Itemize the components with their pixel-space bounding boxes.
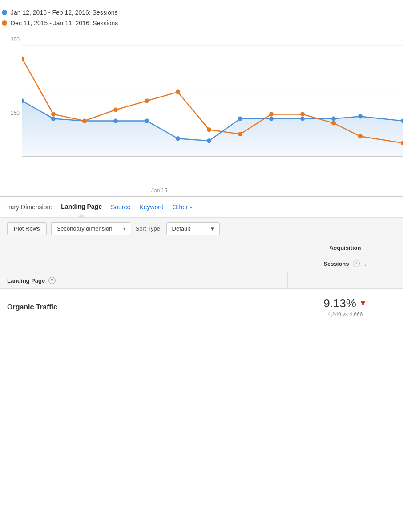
orange-dot [145, 99, 149, 103]
table-header-left [0, 240, 287, 272]
orange-dot [300, 112, 305, 116]
col-header-right [287, 272, 403, 288]
secondary-dimension-label: Secondary dimension [57, 225, 113, 232]
primary-dimension-other: Other [173, 203, 188, 211]
data-row-left-organic: Organic Traffic [0, 289, 287, 325]
primary-dimension-active[interactable]: Landing Page [61, 203, 102, 211]
legend-date-2: Dec 11, 2015 - Jan 11, 2016: [11, 20, 91, 27]
col-header-landing-page-label: Landing Page [7, 277, 45, 284]
primary-dimension-source[interactable]: Source [111, 203, 130, 211]
y-label-150: 150 [0, 110, 22, 116]
primary-dimension-keyword[interactable]: Keyword [139, 203, 163, 211]
secondary-dimension-arrow-icon: ▾ [123, 226, 125, 231]
blue-dot [358, 114, 363, 118]
blue-dot [300, 116, 305, 121]
chart-svg [22, 32, 403, 183]
other-dropdown-arrow-icon: ▾ [190, 205, 192, 210]
table-header: Acquisition Sessions ? ↓ [0, 240, 403, 272]
sort-default-dropdown[interactable]: Default ▾ [166, 222, 220, 235]
sessions-help-icon[interactable]: ? [353, 260, 360, 267]
orange-dot [269, 112, 274, 116]
sort-dropdown-arrow-icon: ▾ [211, 225, 214, 232]
table-row: Organic Traffic 9.13% ▼ 4,240 vs 4,666 [0, 289, 403, 325]
y-label-300: 300 [0, 37, 22, 43]
blue-dot [113, 118, 118, 123]
sessions-header-cell: Sessions ? ↓ [287, 255, 403, 272]
blue-dot [238, 116, 242, 121]
orange-dot [82, 118, 87, 123]
data-table: Acquisition Sessions ? ↓ Landing Page ? … [0, 240, 403, 325]
sort-type-label: Sort Type: [136, 225, 162, 232]
y-axis: 300 150 [0, 32, 22, 183]
primary-dimension-bar: nary Dimension: Landing Page Source Keyw… [0, 197, 403, 218]
blue-dot [51, 116, 56, 121]
legend-dot-orange [2, 20, 7, 26]
organic-traffic-pct-value: 9.13% [323, 296, 356, 310]
line-chart: 300 150 [0, 32, 403, 197]
plot-rows-button[interactable]: Plot Rows [7, 222, 47, 235]
chart-legend: Jan 12, 2016 - Feb 12, 2016: Sessions De… [0, 0, 403, 32]
col-header-row: Landing Page ? [0, 272, 403, 289]
legend-date-1: Jan 12, 2016 - Feb 12, 2016: [11, 9, 91, 16]
data-row-right-organic: 9.13% ▼ 4,240 vs 4,666 [287, 289, 403, 325]
orange-dot [51, 112, 56, 116]
x-label-jan15: Jan 15 [151, 187, 167, 194]
blue-dot [331, 116, 336, 121]
legend-dot-blue [2, 10, 7, 15]
orange-dot [207, 127, 211, 132]
sessions-label: Sessions [323, 260, 349, 267]
chart-svg-container [22, 32, 403, 183]
toolbar: Plot Rows Secondary dimension ▾ Sort Typ… [0, 218, 403, 240]
secondary-dimension-dropdown[interactable]: Secondary dimension ▾ [51, 222, 131, 235]
legend-metric-2: Sessions [93, 20, 118, 27]
landing-page-help-icon[interactable]: ? [48, 277, 56, 284]
orange-dot [22, 57, 24, 61]
organic-traffic-label: Organic Traffic [7, 303, 57, 311]
acquisition-label: Acquisition [287, 240, 403, 255]
organic-traffic-sub: 4,240 vs 4,666 [328, 311, 363, 317]
primary-dimension-other-wrapper[interactable]: Other ▾ [173, 203, 192, 211]
sessions-sort-icon[interactable]: ↓ [363, 260, 367, 268]
col-header-landing-page: Landing Page ? [0, 272, 287, 288]
blue-dot [207, 138, 211, 143]
orange-dot [358, 134, 363, 138]
table-header-right: Acquisition Sessions ? ↓ [287, 240, 403, 272]
orange-dot [238, 132, 242, 136]
legend-row-1: Jan 12, 2016 - Feb 12, 2016: Sessions [0, 7, 403, 18]
blue-dot [269, 116, 274, 121]
legend-row-2: Dec 11, 2015 - Jan 11, 2016: Sessions [0, 18, 403, 28]
orange-dot [331, 121, 336, 125]
primary-dimension-label: nary Dimension: [7, 203, 52, 211]
sort-default-label: Default [172, 225, 190, 232]
legend-metric-1: Sessions [93, 9, 118, 16]
blue-dot [145, 118, 149, 123]
organic-traffic-trend-icon: ▼ [359, 299, 367, 308]
blue-dot [176, 136, 180, 141]
organic-traffic-pct: 9.13% ▼ [323, 296, 367, 310]
orange-dot [113, 108, 118, 112]
orange-dot [176, 90, 180, 94]
